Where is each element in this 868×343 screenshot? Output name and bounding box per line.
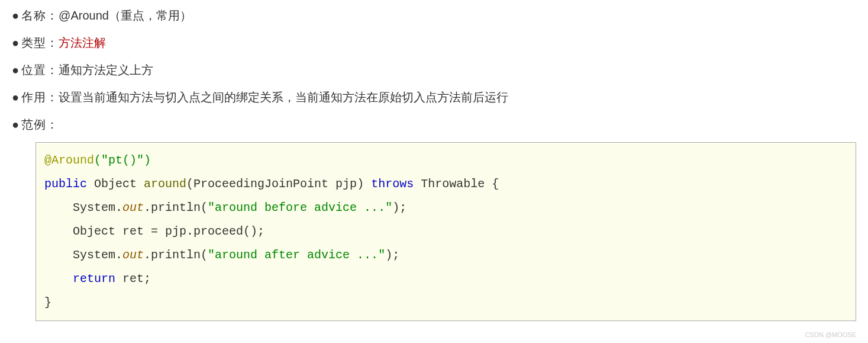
item-name: ● 名称： @Around（重点，常用） <box>12 6 856 25</box>
code-wrapper: @Around("pt()") public Object around(Pro… <box>36 142 856 321</box>
value-type: 方法注解 <box>59 33 106 52</box>
item-function: ● 作用： 设置当前通知方法与切入点之间的绑定关系，当前通知方法在原始切入点方法… <box>12 88 856 107</box>
label-example: 范例： <box>21 115 59 134</box>
code-println2: .println( <box>144 248 208 262</box>
value-function: 设置当前通知方法与切入点之间的绑定关系，当前通知方法在原始切入点方法前后运行 <box>59 88 508 107</box>
item-type: ● 类型： 方法注解 <box>12 33 856 52</box>
code-sys2: System. <box>73 248 122 262</box>
bullet-icon: ● <box>12 88 19 107</box>
code-params: (ProceedingJoinPoint pjp) <box>186 177 364 191</box>
bullet-icon: ● <box>12 115 19 134</box>
value-position: 通知方法定义上方 <box>59 60 153 79</box>
code-ret-var: ret; <box>115 272 151 286</box>
code-anno-arg: ("pt()") <box>94 153 151 167</box>
code-kw-throws: throws <box>371 177 414 191</box>
item-example: ● 范例： <box>12 115 856 134</box>
code-kw-public: public <box>44 177 87 191</box>
code-sys1: System. <box>73 201 122 214</box>
bullet-icon: ● <box>12 6 19 25</box>
code-kw-return: return <box>73 272 115 286</box>
code-close-brace: } <box>44 296 51 309</box>
code-ret-type: Object <box>94 177 137 191</box>
bullet-icon: ● <box>12 60 19 79</box>
item-position: ● 位置： 通知方法定义上方 <box>12 60 856 79</box>
code-close2: ); <box>385 248 399 262</box>
code-throw-type: Throwable { <box>421 177 499 191</box>
value-name: @Around（重点，常用） <box>59 6 192 25</box>
code-block: @Around("pt()") public Object around(Pro… <box>36 142 856 321</box>
label-type: 类型： <box>21 33 59 52</box>
code-out1: out <box>122 201 144 214</box>
code-str1: "around before advice ..." <box>208 201 392 214</box>
code-method-name: around <box>144 177 186 191</box>
label-name: 名称： <box>21 6 59 25</box>
label-position: 位置： <box>21 60 59 79</box>
label-function: 作用： <box>21 88 59 107</box>
code-annotation: @Around <box>44 153 94 167</box>
code-close1: ); <box>392 201 406 214</box>
code-println1: .println( <box>144 201 208 214</box>
code-out2: out <box>122 248 144 262</box>
code-str2: "around after advice ..." <box>208 248 385 262</box>
bullet-icon: ● <box>12 33 19 52</box>
code-line3: Object ret = pjp.proceed(); <box>73 225 264 238</box>
